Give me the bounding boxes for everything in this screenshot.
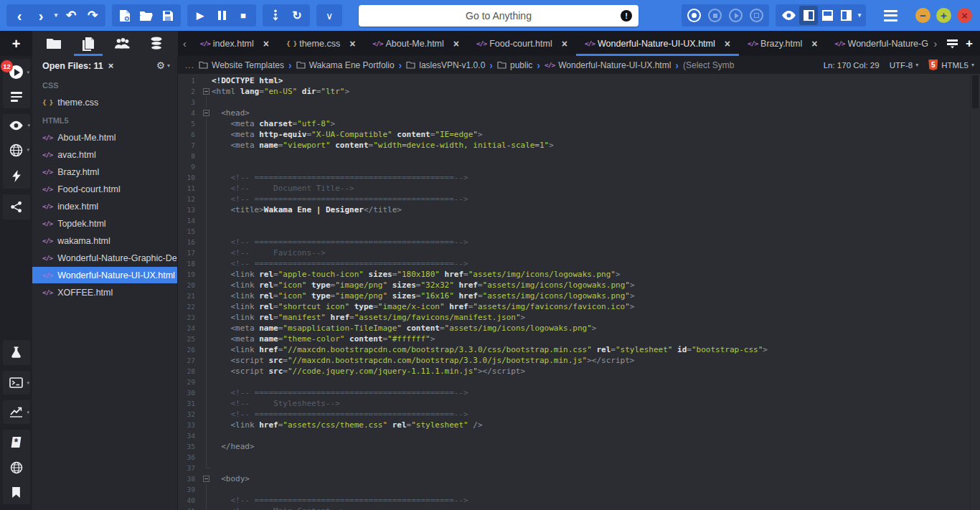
code-line[interactable]: 10 <!-- ================================… bbox=[178, 172, 980, 183]
nav-history-caret[interactable]: ▾ bbox=[52, 6, 60, 25]
code-line[interactable]: 22 <link rel="shortcut icon" type="image… bbox=[178, 301, 980, 312]
notifications-button[interactable]: 12 ▾ bbox=[9, 65, 23, 79]
open-file-Wonderful-Nature-UI-UX.html[interactable]: </>Wonderful-Nature-UI-UX.html bbox=[32, 267, 177, 283]
code-line[interactable]: 27 <script src="//maxcdn.bootstrapcdn.co… bbox=[178, 355, 980, 366]
rail-run-button[interactable] bbox=[12, 170, 21, 182]
toggle-bottom-pane-button[interactable] bbox=[818, 6, 837, 25]
rail-test-button[interactable] bbox=[10, 346, 22, 359]
code-line[interactable]: 16 <!-- ================================… bbox=[178, 237, 980, 247]
redo-button[interactable]: ↷ bbox=[82, 6, 103, 25]
code-line[interactable]: 20 <link rel="icon" type="image/png" siz… bbox=[178, 280, 980, 291]
save-macro-button[interactable] bbox=[750, 9, 763, 22]
code-line[interactable]: 15 bbox=[178, 226, 980, 237]
minimize-button[interactable]: − bbox=[915, 8, 930, 23]
stop-button[interactable]: ■ bbox=[232, 6, 254, 25]
code-line[interactable]: 19 <link rel="apple-touch-icon" sizes="1… bbox=[178, 269, 980, 280]
code-line[interactable]: 3 bbox=[178, 97, 980, 108]
fold-collapse-icon[interactable]: − bbox=[203, 88, 209, 95]
language-selector[interactable]: 5 HTML5 ▾ bbox=[928, 60, 974, 70]
run-button[interactable]: ▶ bbox=[189, 6, 211, 25]
code-line[interactable]: 13 <title>Wakama Ene | Designer</title> bbox=[178, 204, 980, 215]
close-tab-icon[interactable]: × bbox=[453, 38, 459, 49]
breadcrumb-text[interactable]: (Select Symb bbox=[683, 60, 734, 70]
breadcrumb-public[interactable]: public bbox=[497, 60, 532, 70]
breadcrumb-Wakama Ene Portfolio[interactable]: Wakama Ene Portfolio bbox=[296, 60, 395, 70]
close-tab-icon[interactable]: × bbox=[263, 38, 269, 49]
tabs-scroll-left-button[interactable]: ‹ bbox=[178, 31, 192, 56]
code-line[interactable]: 28 <script src="//code.jquery.com/jquery… bbox=[178, 366, 980, 377]
file-tab-theme.css[interactable]: { }theme.css× bbox=[278, 31, 364, 56]
code-line[interactable]: 17 <!-- Favicons--> bbox=[178, 247, 980, 258]
file-tab-Wonderful-Nature-UI-UX.html[interactable]: </>Wonderful-Nature-UI-UX.html× bbox=[576, 31, 739, 56]
open-file-XOFFEE.html[interactable]: </>XOFFEE.html bbox=[32, 284, 177, 301]
code-line[interactable]: 41 <!-- Main Content--> bbox=[178, 506, 980, 510]
code-line[interactable]: 35 </head> bbox=[178, 441, 980, 452]
code-line[interactable]: 24 <meta name="msapplication-TileImage" … bbox=[178, 323, 980, 334]
commit-button[interactable] bbox=[265, 6, 286, 25]
scrollbar-thumb[interactable] bbox=[972, 75, 979, 108]
stop-macro-button[interactable] bbox=[708, 9, 722, 22]
rail-snippets-button[interactable]: * bbox=[11, 436, 22, 448]
code-line[interactable]: 37 bbox=[178, 463, 980, 473]
code-line[interactable]: 12 <!-- ================================… bbox=[178, 194, 980, 204]
code-line[interactable]: 11 <!-- Document Title--> bbox=[178, 183, 980, 194]
rail-preview-button[interactable]: ▾ bbox=[9, 121, 24, 131]
tab-list-button[interactable] bbox=[942, 31, 963, 56]
open-file-About-Me.html[interactable]: </>About-Me.html bbox=[32, 129, 177, 146]
vertical-scrollbar[interactable] bbox=[970, 74, 980, 510]
code-line[interactable]: 9 bbox=[178, 161, 980, 172]
rail-share-button[interactable] bbox=[10, 201, 22, 213]
panel-tab-open-files[interactable] bbox=[72, 31, 104, 56]
code-line[interactable]: 32 <!-- ================================… bbox=[178, 409, 980, 420]
panel-settings-button[interactable]: ⚙ bbox=[156, 60, 165, 71]
menu-button[interactable] bbox=[878, 6, 903, 26]
file-tab-About-Me.html[interactable]: </>About-Me.html× bbox=[364, 31, 468, 56]
open-file-Food-court.html[interactable]: </>Food-court.html bbox=[32, 181, 177, 197]
code-line[interactable]: 23 <link rel="manifest" href="assets/img… bbox=[178, 312, 980, 323]
file-tab-Wonderful-Nature-Graphic-Desi[interactable]: </>Wonderful-Nature-Graphic-Desi bbox=[826, 31, 928, 56]
code-line[interactable]: 18 <!-- ================================… bbox=[178, 258, 980, 269]
save-button[interactable] bbox=[157, 6, 179, 25]
forward-button[interactable]: › bbox=[30, 6, 52, 25]
file-tab-Brazy.html[interactable]: </>Brazy.html× bbox=[739, 31, 826, 56]
breadcrumb-Website Templates[interactable]: Website Templates bbox=[199, 60, 284, 70]
code-line[interactable]: 39 bbox=[178, 484, 980, 495]
rail-web-button[interactable] bbox=[10, 461, 23, 474]
rail-bookmark-button[interactable] bbox=[11, 487, 21, 498]
file-tab-index.html[interactable]: </>index.html× bbox=[192, 31, 278, 56]
code-line[interactable]: 21 <link rel="icon" type="image/png" siz… bbox=[178, 291, 980, 301]
close-tab-icon[interactable]: × bbox=[811, 38, 817, 49]
code-line[interactable]: 29 bbox=[178, 377, 980, 387]
search-input[interactable] bbox=[359, 5, 639, 27]
new-file-button[interactable] bbox=[114, 6, 136, 25]
open-file-wakama.html[interactable]: </>wakama.html bbox=[32, 232, 177, 249]
code-line[interactable]: 14 bbox=[178, 215, 980, 226]
code-line[interactable]: 34 bbox=[178, 430, 980, 441]
file-tab-Food-court.html[interactable]: </>Food-court.html× bbox=[468, 31, 576, 56]
maximize-button[interactable]: + bbox=[936, 8, 951, 23]
new-file-plus-button[interactable]: + bbox=[12, 37, 21, 51]
code-line[interactable]: 5 <meta charset="utf-8"> bbox=[178, 118, 980, 129]
code-line[interactable]: 6 <meta http-equiv="X-UA-Compatible" con… bbox=[178, 129, 980, 140]
code-line[interactable]: 33 <link href="assets/css/theme.css" rel… bbox=[178, 420, 980, 430]
breadcrumb-Wonderful-Nature-UI-UX.html[interactable]: </>Wonderful-Nature-UI-UX.html bbox=[545, 60, 671, 70]
panel-tab-places[interactable] bbox=[38, 31, 70, 56]
rail-browser-button[interactable]: ▾ bbox=[9, 143, 23, 157]
code-line[interactable]: 2−<html lang="en-US" dir="ltr"> bbox=[178, 86, 980, 97]
preview-button[interactable] bbox=[778, 6, 799, 25]
open-file-button[interactable] bbox=[136, 6, 157, 25]
record-macro-button[interactable] bbox=[687, 9, 701, 22]
pause-button[interactable] bbox=[211, 6, 232, 25]
code-line[interactable]: 8 bbox=[178, 151, 980, 161]
open-file-Wonderful-Nature-Graphic-Desig[interactable]: </>Wonderful-Nature-Graphic-Desig bbox=[32, 250, 177, 266]
close-panel-button[interactable]: × bbox=[108, 60, 114, 71]
code-line[interactable]: 26 <link href="//maxcdn.bootstrapcdn.com… bbox=[178, 344, 980, 355]
toggle-right-pane-button[interactable] bbox=[837, 6, 855, 25]
play-macro-button[interactable] bbox=[729, 9, 743, 22]
panel-tab-collaboration[interactable] bbox=[106, 31, 138, 56]
view-caret-button[interactable]: ▾ bbox=[855, 6, 864, 25]
close-window-button[interactable]: × bbox=[957, 8, 972, 23]
code-line[interactable]: 7 <meta name="viewport" content="width=d… bbox=[178, 140, 980, 151]
code-line[interactable]: 36 bbox=[178, 452, 980, 463]
syntax-list-button[interactable] bbox=[11, 92, 22, 102]
